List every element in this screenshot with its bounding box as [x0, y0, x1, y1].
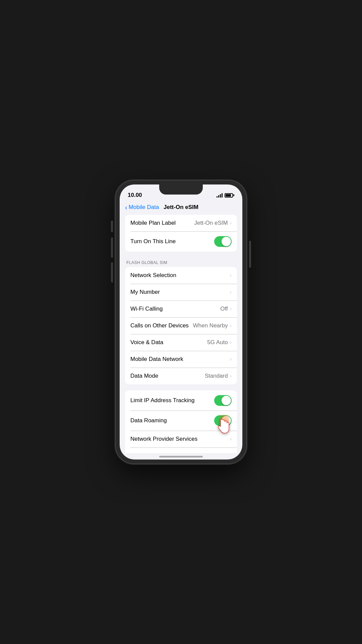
wifi-calling-label: Wi-Fi Calling	[130, 306, 220, 312]
turn-on-line-label: Turn On This Line	[130, 238, 214, 245]
chevron-icon: ›	[230, 453, 232, 453]
network-provider-services-label: Network Provider Services	[130, 436, 230, 442]
toggle-thumb	[222, 396, 231, 405]
battery-icon	[225, 193, 234, 198]
data-roaming-toggle-container	[214, 415, 232, 426]
voice-data-value: 5G Auto	[207, 339, 228, 346]
chevron-icon: ›	[230, 306, 232, 312]
chevron-icon: ›	[230, 373, 232, 379]
flash-global-label: FLASH GLOBAL SIM	[120, 258, 242, 267]
volume-down-button[interactable]	[111, 262, 113, 282]
data-mode-value: Standard	[205, 373, 228, 379]
flash-global-card: Network Selection › My Number › Wi-Fi Ca…	[125, 267, 237, 384]
chevron-icon: ›	[230, 436, 232, 442]
mobile-plan-label-row[interactable]: Mobile Plan Label Jett-On eSIM ›	[125, 215, 237, 231]
plan-card: Mobile Plan Label Jett-On eSIM › Turn On…	[125, 215, 237, 252]
home-indicator	[120, 453, 242, 460]
mobile-plan-label-value: Jett-On eSIM ›	[194, 220, 232, 226]
limit-ip-tracking-label: Limit IP Address Tracking	[130, 397, 214, 404]
back-button[interactable]: ‹ Mobile Data	[125, 204, 159, 211]
voice-data-right: 5G Auto ›	[207, 339, 232, 346]
mobile-data-network-right: ›	[230, 356, 232, 362]
network-provider-services-row[interactable]: Network Provider Services ›	[125, 431, 237, 447]
section-plan: Mobile Plan Label Jett-On eSIM › Turn On…	[120, 215, 242, 252]
phone-frame: 10.00 ‹ Mobile Data	[116, 180, 246, 464]
nav-bar: ‹ Mobile Data Jett-On eSIM	[120, 201, 242, 215]
home-bar	[159, 456, 203, 458]
sim-pin-right: ›	[230, 453, 232, 453]
sim-pin-row[interactable]: SIM PIN ›	[125, 447, 237, 453]
data-mode-right: Standard ›	[205, 373, 232, 379]
status-time: 10.00	[128, 192, 142, 199]
turn-on-line-toggle[interactable]	[214, 236, 232, 247]
mobile-plan-label-value-text: Jett-On eSIM	[194, 220, 228, 226]
chevron-icon: ›	[230, 323, 232, 329]
status-icons	[217, 193, 234, 198]
calls-other-devices-label: Calls on Other Devices	[130, 322, 193, 329]
limit-ip-tracking-row: Limit IP Address Tracking	[125, 390, 237, 411]
data-mode-label: Data Mode	[130, 373, 205, 379]
scroll-content: Mobile Plan Label Jett-On eSIM › Turn On…	[120, 215, 242, 453]
sim-pin-label: SIM PIN	[130, 452, 230, 453]
toggle-thumb	[222, 416, 231, 425]
power-button[interactable]	[249, 241, 251, 268]
volume-up-button[interactable]	[111, 237, 113, 258]
mobile-data-network-label: Mobile Data Network	[130, 356, 230, 363]
chevron-icon: ›	[230, 356, 232, 362]
mobile-plan-label-text: Mobile Plan Label	[130, 220, 194, 226]
network-provider-services-right: ›	[230, 436, 232, 442]
data-roaming-label: Data Roaming	[130, 417, 214, 424]
voice-data-label: Voice & Data	[130, 339, 207, 346]
wifi-calling-right: Off ›	[220, 306, 232, 312]
calls-other-devices-row[interactable]: Calls on Other Devices When Nearby ›	[125, 317, 237, 334]
limit-ip-tracking-toggle[interactable]	[214, 395, 232, 406]
my-number-label: My Number	[130, 289, 230, 296]
chevron-icon: ›	[230, 272, 232, 278]
turn-on-line-row: Turn On This Line	[125, 231, 237, 252]
wifi-calling-value: Off	[220, 306, 228, 312]
section-flash-global: FLASH GLOBAL SIM Network Selection › My …	[120, 258, 242, 384]
mute-button[interactable]	[111, 221, 113, 232]
chevron-icon: ›	[230, 339, 232, 345]
chevron-icon: ›	[230, 220, 232, 226]
status-bar: 10.00	[120, 184, 242, 201]
chevron-icon: ›	[230, 289, 232, 295]
section-privacy: Limit IP Address Tracking Data Roaming	[120, 390, 242, 453]
voice-data-row[interactable]: Voice & Data 5G Auto ›	[125, 334, 237, 351]
network-selection-right: ›	[230, 272, 232, 278]
back-chevron-icon: ‹	[125, 204, 127, 211]
wifi-calling-row[interactable]: Wi-Fi Calling Off ›	[125, 301, 237, 317]
signal-icon	[217, 193, 223, 198]
my-number-row[interactable]: My Number ›	[125, 284, 237, 301]
toggle-thumb	[222, 237, 231, 246]
data-roaming-row: Data Roaming	[125, 411, 237, 431]
phone-screen: 10.00 ‹ Mobile Data	[120, 184, 242, 460]
network-selection-label: Network Selection	[130, 272, 230, 279]
mobile-data-network-row[interactable]: Mobile Data Network ›	[125, 351, 237, 368]
back-label: Mobile Data	[129, 204, 159, 211]
page-title: Jett-On eSIM	[164, 204, 198, 211]
calls-other-devices-value: When Nearby	[193, 322, 228, 329]
data-mode-row[interactable]: Data Mode Standard ›	[125, 368, 237, 384]
network-selection-row[interactable]: Network Selection ›	[125, 267, 237, 284]
my-number-right: ›	[230, 289, 232, 295]
privacy-card: Limit IP Address Tracking Data Roaming	[125, 390, 237, 453]
calls-other-devices-right: When Nearby ›	[193, 322, 232, 329]
data-roaming-toggle[interactable]	[214, 415, 232, 426]
notch	[159, 184, 203, 195]
